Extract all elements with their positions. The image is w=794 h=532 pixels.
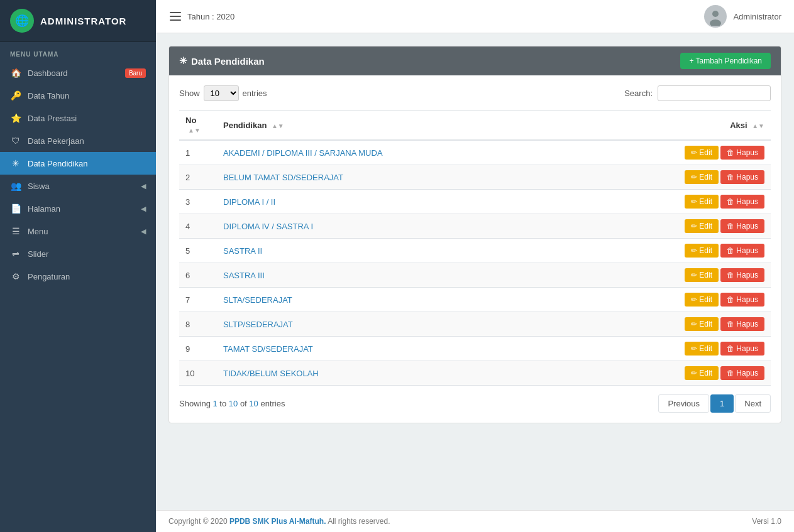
cell-aksi: ✏ Edit🗑 Hapus	[664, 312, 771, 337]
gear-icon: ⚙	[10, 271, 21, 281]
table-row: 1AKADEMI / DIPLOMA III / SARJANA MUDA✏ E…	[179, 140, 771, 165]
hapus-button[interactable]: 🗑 Hapus	[720, 366, 764, 380]
cell-no: 3	[179, 190, 217, 214]
search-label: Search:	[624, 89, 653, 98]
cell-pendidikan: AKADEMI / DIPLOMA III / SARJANA MUDA	[217, 140, 664, 165]
cell-pendidikan: BELUM TAMAT SD/SEDERAJAT	[217, 165, 664, 190]
card-body: Show 10 25 50 100 entries Search:	[169, 75, 781, 423]
sidebar-item-data-pekerjaan[interactable]: 🛡 Data Pekerjaan	[0, 129, 156, 152]
pagination-highlight: 1	[212, 399, 217, 408]
key-icon: 🔑	[10, 90, 21, 100]
badge-new: Baru	[125, 68, 146, 78]
show-label: Show	[179, 89, 200, 98]
hapus-button[interactable]: 🗑 Hapus	[720, 317, 764, 331]
sidebar-item-label: Data Pendidikan	[28, 159, 87, 168]
pendidikan-table: No ▲▼ Pendidikan ▲▼ Aksi ▲▼	[179, 110, 771, 386]
edit-button[interactable]: ✏ Edit	[685, 219, 719, 233]
user-name: Administrator	[733, 12, 781, 21]
slider-icon: ⇌	[10, 249, 21, 259]
sidebar-item-data-prestasi[interactable]: ⭐ Data Prestasi	[0, 107, 156, 129]
hamburger-menu[interactable]	[168, 11, 182, 22]
cell-pendidikan: DIPLOMA IV / SASTRA I	[217, 214, 664, 239]
asterisk-icon: ✳	[10, 158, 21, 168]
cell-no: 5	[179, 239, 217, 263]
sidebar-item-label: Pengaturan	[28, 272, 70, 281]
hapus-button[interactable]: 🗑 Hapus	[720, 195, 764, 209]
table-row: 2BELUM TAMAT SD/SEDERAJAT✏ Edit🗑 Hapus	[179, 165, 771, 190]
app-title: ADMINISTRATOR	[40, 16, 126, 26]
hapus-button[interactable]: 🗑 Hapus	[720, 219, 764, 233]
cell-no: 4	[179, 214, 217, 239]
avatar	[704, 5, 727, 28]
previous-button[interactable]: Previous	[658, 394, 709, 413]
cell-no: 8	[179, 312, 217, 337]
footer-copyright-text: Copyright © 2020	[168, 517, 229, 526]
search-input[interactable]	[658, 85, 771, 101]
add-pendidikan-button[interactable]: + Tambah Pendidikan	[680, 53, 771, 69]
sidebar-item-slider[interactable]: ⇌ Slider	[0, 242, 156, 265]
table-row: 10TIDAK/BELUM SEKOLAH✏ Edit🗑 Hapus	[179, 361, 771, 386]
sidebar-item-menu[interactable]: ☰ Menu ◀	[0, 220, 156, 242]
page-1-button[interactable]: 1	[710, 394, 734, 413]
cell-no: 10	[179, 361, 217, 386]
sidebar-item-pengaturan[interactable]: ⚙ Pengaturan	[0, 265, 156, 288]
sidebar-item-label: Data Pekerjaan	[28, 136, 84, 146]
cell-aksi: ✏ Edit🗑 Hapus	[664, 165, 771, 190]
topbar-left: Tahun : 2020	[168, 11, 234, 22]
cell-pendidikan: TAMAT SD/SEDERAJAT	[217, 337, 664, 361]
edit-button[interactable]: ✏ Edit	[685, 293, 719, 307]
sidebar-item-halaman[interactable]: 📄 Halaman ◀	[0, 197, 156, 220]
table-row: 7SLTA/SEDERAJAT✏ Edit🗑 Hapus	[179, 288, 771, 312]
cell-no: 7	[179, 288, 217, 312]
chevron-left-icon: ◀	[141, 182, 146, 190]
sidebar-item-siswa[interactable]: 👥 Siswa ◀	[0, 175, 156, 197]
edit-button[interactable]: ✏ Edit	[685, 146, 719, 160]
card-title-text: Data Pendidikan	[191, 56, 265, 67]
hapus-button[interactable]: 🗑 Hapus	[720, 293, 764, 307]
pagination-row: Showing 1 to 10 of 10 entries Previous 1…	[179, 394, 771, 413]
sidebar-item-data-pendidikan[interactable]: ✳ Data Pendidikan	[0, 152, 156, 175]
topbar: Tahun : 2020 Administrator	[156, 0, 794, 33]
hapus-button[interactable]: 🗑 Hapus	[720, 146, 764, 160]
edit-button[interactable]: ✏ Edit	[685, 244, 719, 258]
menu-label: MENU UTAMA	[0, 42, 156, 62]
hamburger-line	[170, 12, 181, 13]
entries-label: entries	[243, 89, 267, 98]
edit-button[interactable]: ✏ Edit	[685, 366, 719, 380]
home-icon: 🏠	[10, 68, 21, 78]
cell-no: 6	[179, 263, 217, 288]
cell-aksi: ✏ Edit🗑 Hapus	[664, 263, 771, 288]
footer-brand-link[interactable]: PPDB SMK Plus Al-Maftuh.	[229, 517, 326, 526]
hapus-button[interactable]: 🗑 Hapus	[720, 170, 764, 184]
edit-button[interactable]: ✏ Edit	[685, 342, 719, 356]
hapus-button[interactable]: 🗑 Hapus	[720, 268, 764, 282]
page-icon: 📄	[10, 204, 21, 214]
next-button[interactable]: Next	[735, 394, 771, 413]
data-pendidikan-card: ✳ Data Pendidikan + Tambah Pendidikan Sh…	[168, 46, 781, 423]
chevron-left-icon: ◀	[141, 205, 146, 213]
shield-icon: 🛡	[10, 136, 21, 146]
cell-pendidikan: SLTP/SEDERAJAT	[217, 312, 664, 337]
cell-no: 1	[179, 140, 217, 165]
sidebar-item-data-tahun[interactable]: 🔑 Data Tahun	[0, 84, 156, 107]
edit-button[interactable]: ✏ Edit	[685, 170, 719, 184]
sidebar-item-dashboard[interactable]: 🏠 Dashboard Baru	[0, 62, 156, 84]
card-title: ✳ Data Pendidikan	[179, 55, 265, 67]
table-row: 6SASTRA III✏ Edit🗑 Hapus	[179, 263, 771, 288]
menu-icon: ☰	[10, 226, 21, 236]
edit-button[interactable]: ✏ Edit	[685, 268, 719, 282]
content-area: ✳ Data Pendidikan + Tambah Pendidikan Sh…	[156, 33, 794, 510]
col-pendidikan: Pendidikan ▲▼	[217, 111, 664, 141]
cell-pendidikan: SASTRA II	[217, 239, 664, 263]
hapus-button[interactable]: 🗑 Hapus	[720, 244, 764, 258]
hapus-button[interactable]: 🗑 Hapus	[720, 342, 764, 356]
cell-aksi: ✏ Edit🗑 Hapus	[664, 140, 771, 165]
entries-select[interactable]: 10 25 50 100	[204, 85, 239, 101]
sidebar: 🌐 ADMINISTRATOR MENU UTAMA 🏠 Dashboard B…	[0, 0, 156, 532]
card-header: ✳ Data Pendidikan + Tambah Pendidikan	[169, 46, 781, 75]
table-row: 4DIPLOMA IV / SASTRA I✏ Edit🗑 Hapus	[179, 214, 771, 239]
table-header-row: No ▲▼ Pendidikan ▲▼ Aksi ▲▼	[179, 111, 771, 141]
edit-button[interactable]: ✏ Edit	[685, 317, 719, 331]
edit-button[interactable]: ✏ Edit	[685, 195, 719, 209]
sort-icon: ▲▼	[752, 122, 764, 129]
